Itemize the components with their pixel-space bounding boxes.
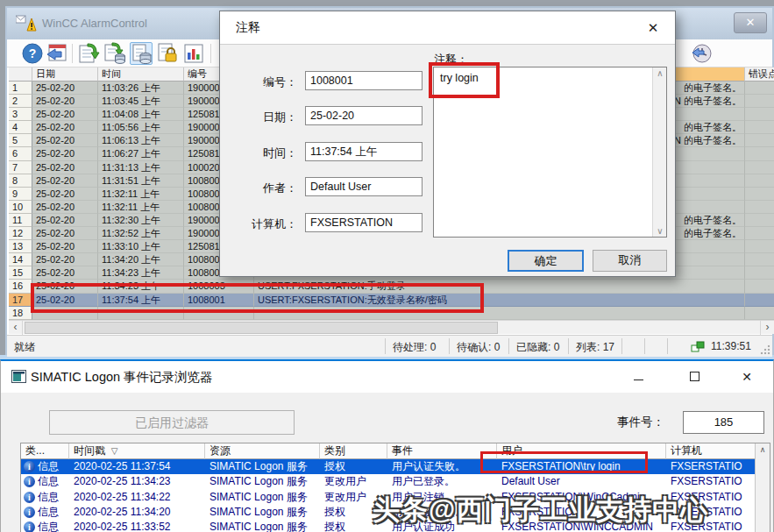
alarm-cell-err — [745, 253, 774, 266]
info-icon: i — [24, 492, 35, 503]
status-pending: 待处理: 0 — [393, 340, 436, 355]
col-header-event[interactable]: 事件 — [387, 443, 497, 459]
event-table-row[interactable]: i信息2020-02-25 11:33:52SIMATIC Logon 服务授权… — [21, 520, 770, 532]
id-field[interactable]: 1008001 — [305, 71, 423, 90]
alarm-cell-num: 15 — [9, 266, 32, 280]
app-icon — [11, 370, 26, 383]
alarm-cell-date — [32, 307, 98, 320]
dialog-titlebar[interactable]: 注释 ✕ — [220, 11, 675, 45]
col-header-error[interactable]: 错误点 — [745, 67, 774, 82]
event-cell-type: i信息 — [21, 505, 69, 520]
scroll-up-icon[interactable]: ∧ — [653, 68, 667, 78]
alarm-cell-time: 11:32:30 上午 — [98, 214, 184, 227]
configuration-dialog-icon[interactable] — [46, 42, 68, 65]
filter-enabled-button[interactable]: 已启用过滤器 — [49, 410, 295, 435]
close-icon[interactable]: ✕ — [734, 12, 767, 33]
message-list-icon[interactable] — [77, 42, 100, 65]
event-vertical-scrollbar[interactable]: ∧ — [755, 443, 770, 532]
col-header-user[interactable]: 用户 — [497, 443, 666, 459]
resize-grip[interactable] — [760, 344, 770, 355]
event-cell-cat: 授权 — [320, 459, 387, 474]
alarm-cell-time — [98, 307, 184, 320]
event-number-label: 事件号： — [617, 415, 664, 430]
close-icon[interactable]: ✕ — [642, 18, 664, 38]
comment-text: try login — [440, 72, 479, 84]
alarm-horizontal-scrollbar[interactable]: ‹ › — [9, 320, 774, 334]
event-rows: i信息2020-02-25 11:37:54SIMATIC Logon 服务授权… — [21, 459, 770, 532]
minimize-icon[interactable] — [625, 368, 651, 386]
alarm-table-row[interactable]: 1625-02-2011:34:23 上午1008003USERT:FXSERS… — [9, 280, 774, 293]
event-table-row[interactable]: i信息2020-02-25 11:34:20SIMATIC Logon 服务授权… — [21, 505, 770, 520]
info-icon: i — [24, 507, 35, 518]
date-field[interactable]: 25-02-20 — [305, 106, 423, 125]
scroll-left-icon[interactable]: ‹ — [9, 321, 23, 335]
alarm-cell-err — [745, 95, 774, 108]
alarm-cell-num: 7 — [9, 161, 32, 174]
info-icon: i — [24, 521, 35, 532]
col-header-category[interactable]: 类别 — [320, 443, 387, 459]
comment-textarea[interactable]: try login ∧ ∨ — [433, 67, 667, 238]
status-separator — [449, 338, 450, 354]
alarm-table-row[interactable]: 18 — [9, 307, 774, 320]
scroll-right-icon[interactable]: › — [760, 321, 774, 335]
short-term-archive-list-icon[interactable] — [103, 42, 126, 65]
window-title: WinCC AlarmControl — [42, 8, 147, 39]
event-number-field[interactable]: 185 — [683, 411, 764, 434]
window-title: SIMATIC Logon 事件记录浏览器 — [31, 369, 213, 386]
alarm-table-row[interactable]: 1725-02-2011:37:54 上午1008001USERT:FXSERS… — [9, 294, 774, 307]
alarm-cell-err — [745, 240, 774, 253]
alarm-cell-id — [184, 307, 254, 320]
time-field[interactable]: 11:37:54 上午 — [305, 142, 423, 161]
event-table-row[interactable]: i信息2020-02-25 11:34:23SIMATIC Logon 服务更改… — [21, 474, 770, 489]
scroll-down-icon[interactable]: ∨ — [653, 226, 667, 236]
col-header-rownum[interactable] — [9, 67, 32, 82]
event-cell-evt: 用户已登录。 — [387, 474, 497, 489]
event-cell-ts: 2020-02-25 11:37:54 — [69, 459, 205, 474]
event-cell-user: FXSERSTATION\try login — [497, 459, 666, 474]
event-cell-type: i信息 — [21, 520, 69, 532]
event-cell-user: FXSERSTATION\WinCCadmin — [497, 490, 666, 505]
alarm-cell-err — [745, 227, 774, 240]
alarm-cell-num: 14 — [9, 253, 32, 266]
col-header-timestamp[interactable]: 时间戳 ▽ — [69, 443, 205, 459]
logon-titlebar[interactable]: SIMATIC Logon 事件记录浏览器 ✕ — [1, 361, 773, 393]
alarm-cell-time: 11:05:56 上午 — [98, 121, 184, 134]
alarm-cell-time: 11:33:10 上午 — [98, 240, 184, 253]
alarm-cell-time: 11:34:23 上午 — [98, 266, 184, 280]
alarm-cell-num: 10 — [9, 201, 32, 214]
label-date: 日期： — [220, 110, 297, 125]
col-header-date[interactable]: 日期 — [32, 67, 98, 82]
col-header-time[interactable]: 时间 — [98, 67, 184, 82]
event-cell-evt: 用户已注销。 — [387, 490, 497, 505]
event-table-row[interactable]: i信息2020-02-25 11:37:54SIMATIC Logon 服务授权… — [21, 459, 770, 474]
scroll-up-icon[interactable]: ∧ — [756, 445, 770, 454]
long-term-archive-list-icon[interactable] — [130, 42, 153, 65]
alarm-cell-err — [745, 82, 774, 95]
event-cell-ts: 2020-02-25 11:34:20 — [69, 505, 205, 520]
help-icon[interactable]: ? — [21, 42, 44, 65]
ok-button[interactable]: 确定 — [508, 250, 584, 272]
dialog-title: 注释 — [236, 20, 260, 36]
computer-field[interactable]: FXSERSTATION — [305, 213, 423, 232]
alarm-cell-date: 25-02-20 — [32, 227, 98, 240]
event-table-row[interactable]: i信息2020-02-25 11:34:22SIMATIC Logon 服务更改… — [21, 490, 770, 505]
col-header-type[interactable]: 类... — [21, 443, 69, 459]
author-field[interactable]: Default User — [305, 177, 423, 196]
cancel-button[interactable]: 取消 — [593, 250, 667, 272]
comment-scrollbar[interactable]: ∧ ∨ — [652, 67, 666, 237]
event-cell-cat: 授权 — [320, 520, 387, 532]
col-header-computer[interactable]: 计算机 — [666, 443, 756, 459]
emergency-acknowledge-icon[interactable] — [690, 42, 713, 65]
event-cell-evt: 用户认证成功 — [387, 520, 497, 532]
lock-list-icon[interactable] — [156, 42, 179, 65]
alarm-cell-time: 11:32:11 上午 — [98, 201, 184, 214]
close-icon[interactable]: ✕ — [734, 368, 760, 386]
alarm-cell-id: 1008003 — [184, 280, 254, 293]
maximize-icon[interactable] — [681, 368, 707, 386]
alarm-cell-time: 11:31:51 上午 — [98, 174, 184, 188]
statistics-list-icon[interactable] — [182, 42, 205, 65]
alarm-cell-num: 3 — [9, 108, 32, 121]
col-header-resource[interactable]: 资源 — [205, 443, 320, 459]
scrollbar-thumb[interactable] — [25, 322, 498, 334]
alarm-cell-date: 25-02-20 — [32, 188, 98, 201]
